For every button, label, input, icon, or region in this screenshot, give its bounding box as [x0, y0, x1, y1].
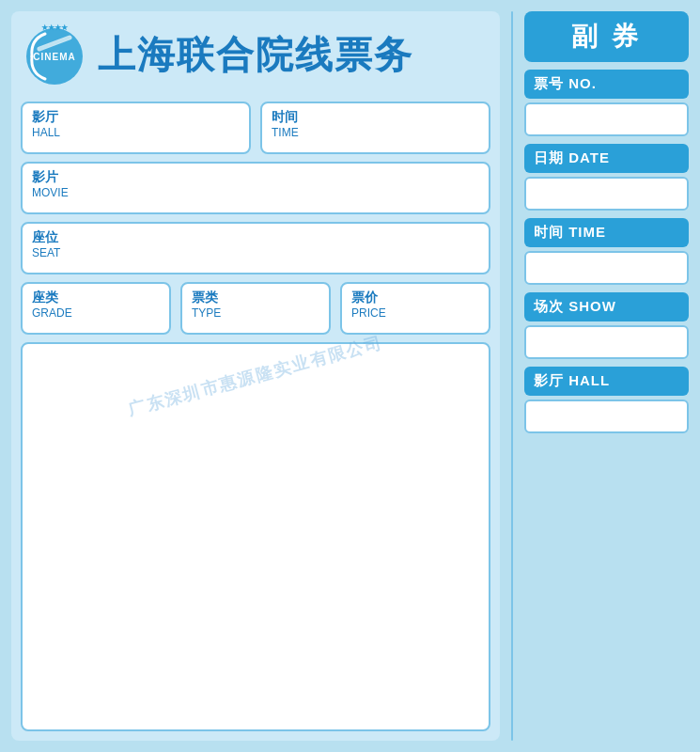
movie-label-cn: 影片: [32, 169, 479, 186]
price-label-cn: 票价: [351, 290, 479, 306]
sidebar-ticket-no-label: 票号 NO.: [524, 70, 689, 99]
svg-text:CINEMA: CINEMA: [33, 52, 75, 62]
sidebar-hall-label: 影厅 HALL: [524, 367, 689, 396]
sidebar-time-field: [524, 251, 689, 285]
ticket-title: 上海联合院线票务: [98, 29, 413, 81]
seat-label-en: SEAT: [32, 246, 479, 259]
type-field: 票类 TYPE: [180, 282, 331, 335]
ticket-sidebar: 副 券 票号 NO. 日期 DATE 时间 TI: [524, 11, 689, 741]
row-hall-time: 影厅 HALL 时间 TIME: [21, 102, 490, 154]
sidebar-date-field: [524, 177, 689, 211]
sidebar-ticket-no-section: 票号 NO.: [524, 70, 689, 136]
time-label-cn: 时间: [272, 109, 479, 126]
grade-field: 座类 GRADE: [21, 282, 171, 335]
hall-field: 影厅 HALL: [21, 102, 251, 154]
svg-text:★★★★: ★★★★: [41, 24, 69, 32]
type-label-cn: 票类: [192, 290, 319, 306]
barcode-field: [21, 342, 490, 731]
cinema-logo: ★★★★ CINEMA: [21, 21, 88, 88]
type-label-en: TYPE: [192, 306, 319, 320]
ticket-header: ★★★★ CINEMA 上海联合院线票务: [21, 21, 490, 94]
movie-field: 影片 MOVIE: [21, 162, 490, 214]
sub-ticket-label: 副 券: [536, 19, 677, 55]
grade-label-en: GRADE: [32, 306, 160, 320]
sidebar-ticket-no-field: [524, 102, 689, 136]
sidebar-hall-field: [524, 400, 689, 433]
price-field: 票价 PRICE: [340, 282, 490, 335]
row-grade-type-price: 座类 GRADE 票类 TYPE 票价 PRICE: [21, 282, 490, 335]
hall-label-cn: 影厅: [32, 109, 240, 126]
time-label-en: TIME: [272, 126, 479, 139]
sidebar-time-label: 时间 TIME: [524, 218, 689, 247]
grade-label-cn: 座类: [32, 290, 160, 306]
sidebar-show-field: [524, 325, 689, 359]
sub-ticket-header: 副 券: [524, 11, 689, 62]
sidebar-show-label: 场次 SHOW: [524, 292, 689, 321]
hall-label-en: HALL: [32, 126, 240, 139]
ticket-wrapper: ★★★★ CINEMA 上海联合院线票务 影厅 HALL 时间 TIME: [0, 0, 700, 752]
price-label-en: PRICE: [351, 306, 479, 320]
ticket-main: ★★★★ CINEMA 上海联合院线票务 影厅 HALL 时间 TIME: [11, 11, 500, 741]
movie-label-en: MOVIE: [32, 186, 479, 199]
time-field: 时间 TIME: [260, 102, 490, 154]
sidebar-date-section: 日期 DATE: [524, 144, 689, 211]
seat-label-cn: 座位: [32, 229, 479, 246]
sidebar-hall-section: 影厅 HALL: [524, 367, 689, 433]
sidebar-show-section: 场次 SHOW: [524, 292, 689, 359]
sidebar-time-section: 时间 TIME: [524, 218, 689, 285]
ticket-divider: [511, 11, 513, 741]
sidebar-date-label: 日期 DATE: [524, 144, 689, 173]
seat-field: 座位 SEAT: [21, 222, 490, 274]
